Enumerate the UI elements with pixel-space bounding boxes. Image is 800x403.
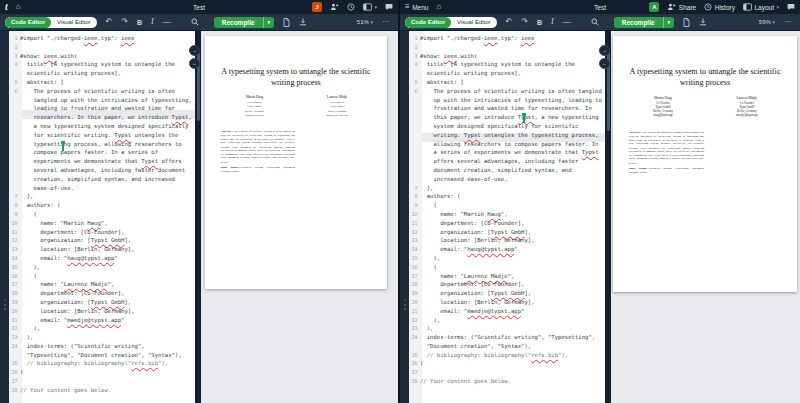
code-line[interactable]: 9(: [409, 201, 605, 210]
code-line[interactable]: 23),: [409, 324, 605, 333]
code-line[interactable]: 4title: [A typesetting system to untangl…: [9, 60, 195, 78]
layout-button[interactable]: ▾: [363, 3, 377, 11]
code-line[interactable]: 21email: "maedje@typst.app": [9, 316, 195, 325]
code-line[interactable]: 25// bibliography: bibliography("refs.bi…: [9, 359, 195, 368]
code-editor[interactable]: 1#import "./charged-ieee.typ": ieee2 3#s…: [9, 31, 195, 403]
sidebar-grip-handle[interactable]: [404, 299, 406, 310]
layout-button[interactable]: Layout ▾: [743, 3, 779, 11]
code-line[interactable]: 13location: [Berlin, Germany],: [9, 245, 195, 254]
code-line[interactable]: 18department: [Co-Founder],: [409, 280, 605, 289]
code-line[interactable]: 15),: [409, 254, 605, 263]
code-line[interactable]: 28// Your content goes below.: [409, 377, 605, 386]
code-line[interactable]: 12organization: [Typst GmbH],: [9, 236, 195, 245]
avatar[interactable]: A: [649, 2, 659, 12]
code-line[interactable]: 11department: [Co-Founder],: [409, 219, 605, 228]
code-line[interactable]: 19organization: [Typst GmbH],: [9, 298, 195, 307]
code-line[interactable]: 15),: [9, 263, 195, 272]
code-line[interactable]: 11department: [Co-Founder],: [9, 228, 195, 237]
collapse-right-button[interactable]: →: [599, 45, 610, 56]
code-line[interactable]: 5abstract: [: [409, 78, 605, 87]
code-line[interactable]: 25// bibliography: bibliography("refs.bi…: [409, 351, 605, 360]
italic-button[interactable]: I: [151, 18, 154, 26]
search-button[interactable]: [591, 18, 599, 26]
recompile-dropdown[interactable]: ▾: [663, 17, 675, 28]
zoom-level[interactable]: 59% ▾: [759, 19, 775, 25]
code-line[interactable]: 2: [409, 43, 605, 52]
home-icon[interactable]: ⌂: [16, 3, 21, 11]
pdf-preview-pane[interactable]: A typesetting system to untangle the sci…: [611, 31, 800, 403]
bold-button[interactable]: B: [137, 19, 142, 26]
tab-visual-editor[interactable]: Visual Editor: [51, 19, 97, 25]
code-line[interactable]: 26): [409, 359, 605, 368]
share-button[interactable]: [330, 3, 339, 11]
code-line[interactable]: 24index-terms: ("Scientific writing", "T…: [9, 342, 195, 360]
undo-icon[interactable]: ↶: [106, 18, 113, 26]
code-line[interactable]: 14email: "haug@typst.app": [409, 245, 605, 254]
comments-button[interactable]: [787, 3, 795, 11]
code-line[interactable]: 19organization: [Typst GmbH],: [409, 289, 605, 298]
code-line[interactable]: 22),: [409, 316, 605, 325]
code-line[interactable]: 9(: [9, 210, 195, 219]
code-line[interactable]: 3#show: ieee.with(: [9, 52, 195, 61]
code-line[interactable]: 2: [9, 43, 195, 52]
code-line[interactable]: 20location: [Berlin, Germany],: [9, 307, 195, 316]
sidebar-grip-handle[interactable]: [4, 299, 6, 310]
undo-icon[interactable]: ↶: [506, 18, 513, 26]
avatar[interactable]: J: [312, 2, 322, 12]
zoom-level[interactable]: 51% ▾: [357, 19, 373, 25]
pdf-preview-pane[interactable]: A typesetting system to untangle the sci…: [201, 31, 398, 403]
code-line[interactable]: 10name: "Martin Haug",: [9, 219, 195, 228]
code-line[interactable]: 21email: "maedje@typst.app": [409, 307, 605, 316]
code-line[interactable]: 1#import "./charged-ieee.typ": ieee: [9, 34, 195, 43]
collapse-right-button[interactable]: →: [189, 45, 200, 56]
recompile-button[interactable]: Recompile ▾: [614, 17, 674, 28]
horizontal-rule-button[interactable]: —: [563, 18, 571, 26]
code-line[interactable]: 10name: "Martin Haug",: [409, 210, 605, 219]
tab-visual-editor[interactable]: Visual Editor: [451, 19, 497, 25]
code-line[interactable]: 8authors: (: [9, 201, 195, 210]
code-line[interactable]: 22),: [9, 324, 195, 333]
code-line[interactable]: 16(: [409, 263, 605, 272]
code-editor[interactable]: 1#import "./charged-ieee.typ": ieee2 3#s…: [409, 31, 605, 403]
code-line[interactable]: 12organization: [Typst GmbH],: [409, 228, 605, 237]
redo-icon[interactable]: ↷: [521, 18, 528, 26]
tab-code-editor[interactable]: Code Editor: [5, 17, 51, 28]
code-line[interactable]: 1#import "./charged-ieee.typ": ieee: [409, 34, 605, 43]
export-file-button[interactable]: [683, 18, 690, 27]
collapsed-sidebar[interactable]: [0, 31, 9, 403]
share-button[interactable]: Share: [667, 3, 696, 11]
menu-button[interactable]: ≡ Menu: [405, 3, 428, 11]
history-button[interactable]: History: [704, 3, 735, 11]
code-line[interactable]: 23),: [9, 333, 195, 342]
history-button[interactable]: [347, 3, 355, 11]
download-button[interactable]: [699, 18, 707, 26]
export-file-button[interactable]: [283, 18, 290, 27]
home-icon[interactable]: ⌂: [436, 3, 441, 11]
code-line[interactable]: 3#show: ieee.with(: [409, 52, 605, 61]
typst-logo-icon[interactable]: t: [5, 2, 8, 12]
recompile-dropdown[interactable]: ▾: [263, 17, 275, 28]
bold-button[interactable]: B: [537, 19, 542, 26]
more-menu-button[interactable]: ⋯: [784, 18, 791, 26]
code-line[interactable]: 17name: "Laurenz Mädje",: [409, 272, 605, 281]
code-line[interactable]: 8authors: (: [409, 192, 605, 201]
code-line[interactable]: 16(: [9, 272, 195, 281]
download-button[interactable]: [299, 18, 307, 26]
code-line[interactable]: 28// Your content goes below.: [9, 386, 195, 395]
horizontal-rule-button[interactable]: —: [163, 18, 171, 26]
code-line[interactable]: 24index-terms: ("Scientific writing", "T…: [409, 333, 605, 351]
code-line[interactable]: 13location: [Berlin, Germany],: [409, 236, 605, 245]
code-line[interactable]: 27: [409, 368, 605, 377]
code-line[interactable]: 7],: [9, 192, 195, 201]
code-line[interactable]: 7],: [409, 184, 605, 193]
more-menu-button[interactable]: ⋯: [382, 18, 389, 26]
collapse-left-button[interactable]: ←: [599, 58, 610, 69]
collapsed-sidebar[interactable]: [400, 31, 409, 403]
code-line[interactable]: 5abstract: [: [9, 78, 195, 87]
code-line[interactable]: 6The process of scientific writing is of…: [9, 87, 195, 193]
code-line[interactable]: 14email: "haug@typst.app": [9, 254, 195, 263]
code-line[interactable]: 26): [9, 368, 195, 377]
code-line[interactable]: 20location: [Berlin, Germany],: [409, 298, 605, 307]
comments-button[interactable]: [385, 3, 393, 11]
recompile-button[interactable]: Recompile ▾: [214, 17, 274, 28]
